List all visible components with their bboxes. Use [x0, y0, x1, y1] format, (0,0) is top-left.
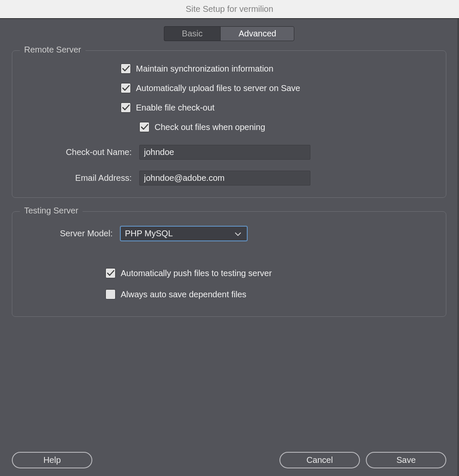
chevron-down-icon — [235, 229, 241, 238]
server-model-label: Server Model: — [21, 229, 120, 238]
checkout-name-label: Check-out Name: — [21, 147, 139, 157]
testing-server-legend: Testing Server — [20, 206, 83, 216]
remote-server-legend: Remote Server — [20, 45, 86, 55]
auto-upload-checkbox[interactable] — [121, 83, 131, 93]
button-bar: Help Cancel Save — [12, 452, 446, 468]
maintain-sync-checkbox[interactable] — [121, 64, 131, 74]
testing-server-fieldset: Testing Server Server Model: PHP MySQL A… — [12, 211, 446, 317]
email-label: Email Address: — [21, 173, 139, 183]
enable-checkout-checkbox[interactable] — [121, 102, 131, 113]
server-model-value: PHP MySQL — [125, 229, 173, 238]
enable-checkout-label: Enable file check-out — [136, 103, 215, 113]
tab-bar: Basic Advanced — [12, 26, 446, 41]
checkout-name-row: Check-out Name: — [21, 145, 437, 160]
check-icon — [141, 124, 148, 130]
server-model-select[interactable]: PHP MySQL — [120, 226, 247, 241]
auto-push-label: Automatically push files to testing serv… — [121, 268, 272, 278]
auto-push-row: Automatically push files to testing serv… — [105, 268, 437, 278]
right-edge-strip — [457, 19, 459, 476]
dialog-content: Basic Advanced Remote Server Maintain sy… — [1, 19, 457, 476]
cancel-button[interactable]: Cancel — [279, 452, 360, 468]
server-model-row: Server Model: PHP MySQL — [21, 226, 437, 241]
checkout-on-open-label: Check out files when opening — [155, 122, 265, 132]
email-input[interactable] — [139, 171, 310, 185]
checkout-on-open-checkbox[interactable] — [139, 122, 149, 132]
tab-basic[interactable]: Basic — [164, 26, 221, 41]
checkout-name-input[interactable] — [139, 145, 310, 160]
auto-save-dependent-label: Always auto save dependent files — [121, 290, 246, 299]
auto-upload-label: Automatically upload files to server on … — [136, 83, 300, 93]
tab-advanced[interactable]: Advanced — [220, 26, 294, 41]
maintain-sync-label: Maintain synchronization information — [136, 64, 274, 74]
auto-save-dependent-row: Always auto save dependent files — [105, 289, 437, 299]
maintain-sync-row: Maintain synchronization information — [121, 64, 437, 74]
auto-save-dependent-checkbox[interactable] — [105, 289, 116, 299]
enable-checkout-row: Enable file check-out — [121, 102, 437, 113]
button-bar-right: Cancel Save — [279, 452, 446, 468]
save-button[interactable]: Save — [366, 452, 446, 468]
email-row: Email Address: — [21, 171, 437, 185]
help-button[interactable]: Help — [12, 452, 92, 468]
window-title: Site Setup for vermilion — [0, 0, 459, 19]
auto-push-checkbox[interactable] — [105, 268, 116, 278]
checkout-on-open-row: Check out files when opening — [139, 122, 437, 132]
remote-server-fieldset: Remote Server Maintain synchronization i… — [12, 50, 446, 198]
check-icon — [107, 270, 114, 276]
check-icon — [122, 105, 130, 111]
check-icon — [122, 85, 130, 91]
auto-upload-row: Automatically upload files to server on … — [121, 83, 437, 93]
check-icon — [122, 66, 130, 72]
